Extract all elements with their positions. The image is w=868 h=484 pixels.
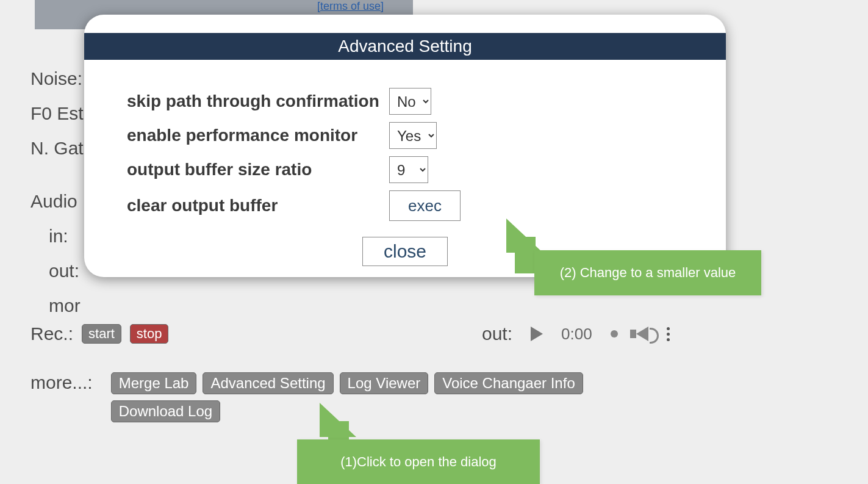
skip-confirmation-select[interactable]: No [389,88,431,115]
buffer-ratio-select[interactable]: 9 [389,156,428,183]
callout-arrow-2 [506,219,543,253]
performance-monitor-select[interactable]: Yes [389,122,437,149]
advanced-setting-button[interactable]: Advanced Setting [203,372,333,394]
stop-button[interactable]: stop [130,324,169,344]
noise-label: Noise: [30,61,84,96]
callout-2: (2) Change to a smaller value [534,250,761,295]
download-log-button[interactable]: Download Log [111,400,220,422]
in-label: in: [30,219,84,253]
more-row: more...: Merge Lab Advanced Setting Log … [30,372,599,422]
rec-label: Rec.: [30,323,73,344]
buffer-ratio-label: output buffer size ratio [127,160,389,179]
ngat-label: N. Gat [30,131,84,165]
performance-monitor-label: enable performance monitor [127,126,389,145]
out-label-2: out: [482,323,512,344]
start-button[interactable]: start [82,324,121,344]
skip-confirmation-label: skip path through confirmation [127,92,389,111]
clear-buffer-label: clear output buffer [127,196,389,215]
play-icon[interactable] [531,327,543,341]
terms-of-use-link[interactable]: [terms of use] [317,0,384,13]
merge-lab-button[interactable]: Merge Lab [111,372,197,394]
close-button[interactable]: close [362,237,448,266]
exec-button[interactable]: exec [389,190,461,221]
player-time: 0:00 [561,325,592,344]
f0-label: F0 Est [30,96,84,131]
more-label: more...: [30,372,93,393]
out-label: out: [30,253,84,288]
audio-label: Audio [30,184,84,219]
dialog-title: Advanced Setting [84,33,726,60]
callout-1: (1)Click to open the dialog [297,439,540,484]
out-player: out: 0:00 [482,323,670,344]
callout-arrow-1 [320,403,356,437]
voice-changer-info-button[interactable]: Voice Changaer Info [434,372,583,394]
rec-row: Rec.: start stop [30,323,168,344]
advanced-setting-dialog: Advanced Setting skip path through confi… [84,15,726,277]
speaker-icon[interactable] [636,327,648,341]
more-menu-icon[interactable] [667,327,670,341]
background-labels: Noise: F0 Est N. Gat Audio in: out: mor [30,61,84,323]
volume-track-icon[interactable] [611,330,618,338]
log-viewer-button[interactable]: Log Viewer [340,372,429,394]
mon-label: mor [30,288,84,323]
